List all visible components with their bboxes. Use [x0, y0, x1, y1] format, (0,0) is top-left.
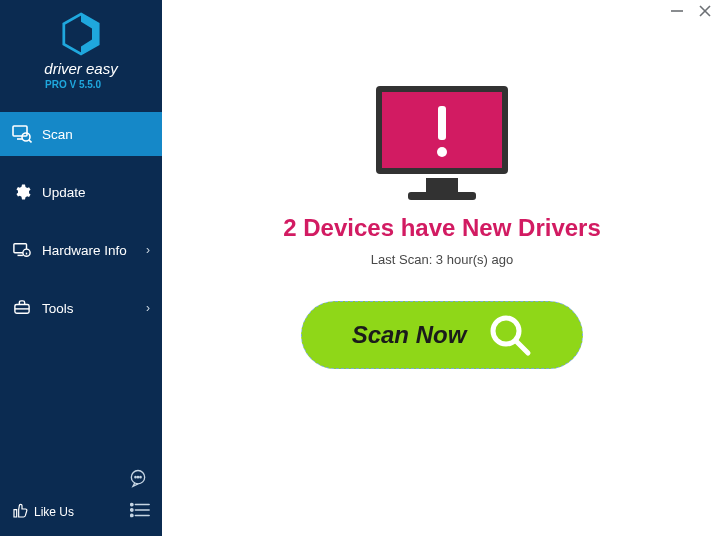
- svg-rect-28: [426, 178, 458, 192]
- thumbs-up-icon: [12, 503, 28, 522]
- svg-rect-29: [408, 192, 476, 200]
- nav-item-label: Tools: [42, 301, 74, 316]
- gear-icon: [12, 182, 32, 202]
- app-root: driver easy PRO V 5.5.0 Scan Update: [0, 0, 722, 536]
- like-us-button[interactable]: Like Us: [12, 503, 74, 522]
- like-us-label: Like Us: [34, 505, 74, 519]
- logo-area: driver easy PRO V 5.5.0: [0, 0, 162, 104]
- scan-now-label: Scan Now: [352, 321, 467, 349]
- menu-button[interactable]: [130, 502, 150, 522]
- feedback-button[interactable]: [128, 468, 148, 488]
- svg-point-11: [23, 249, 30, 256]
- svg-point-24: [131, 514, 133, 516]
- svg-point-31: [437, 147, 447, 157]
- window-controls: [660, 0, 722, 22]
- scan-now-button[interactable]: Scan Now: [301, 301, 583, 369]
- alert-monitor-icon: [368, 82, 516, 190]
- main-panel: 2 Devices have New Drivers Last Scan: 3 …: [162, 0, 722, 536]
- svg-line-33: [516, 341, 528, 353]
- magnifier-icon: [488, 313, 532, 357]
- brand-name: driver easy: [0, 60, 162, 77]
- last-scan-text: Last Scan: 3 hour(s) ago: [371, 252, 513, 267]
- svg-rect-30: [438, 106, 446, 140]
- svg-rect-5: [13, 126, 27, 136]
- svg-point-18: [137, 477, 138, 478]
- nav-item-hardware-info[interactable]: Hardware Info ›: [0, 228, 162, 272]
- minimize-button[interactable]: [668, 4, 686, 18]
- app-logo-icon: [60, 12, 102, 56]
- nav: Scan Update Hardware Info ›: [0, 112, 162, 344]
- headline: 2 Devices have New Drivers: [283, 214, 601, 242]
- version-label: PRO V 5.5.0: [0, 79, 162, 90]
- svg-point-22: [131, 509, 133, 511]
- svg-point-7: [22, 133, 30, 141]
- svg-point-19: [140, 477, 141, 478]
- svg-line-8: [29, 140, 32, 143]
- nav-item-tools[interactable]: Tools ›: [0, 286, 162, 330]
- nav-item-scan[interactable]: Scan: [0, 112, 162, 156]
- toolbox-icon: [12, 298, 32, 318]
- svg-marker-4: [81, 14, 98, 54]
- chevron-right-icon: ›: [146, 243, 150, 257]
- nav-item-label: Hardware Info: [42, 243, 127, 258]
- svg-point-17: [135, 477, 136, 478]
- monitor-search-icon: [12, 124, 32, 144]
- hardware-info-icon: [12, 240, 32, 260]
- close-button[interactable]: [696, 4, 714, 18]
- svg-point-20: [131, 503, 133, 505]
- sidebar: driver easy PRO V 5.5.0 Scan Update: [0, 0, 162, 536]
- nav-item-label: Scan: [42, 127, 73, 142]
- sidebar-bottom: Like Us: [0, 492, 162, 536]
- nav-item-label: Update: [42, 185, 86, 200]
- nav-item-update[interactable]: Update: [0, 170, 162, 214]
- chevron-right-icon: ›: [146, 301, 150, 315]
